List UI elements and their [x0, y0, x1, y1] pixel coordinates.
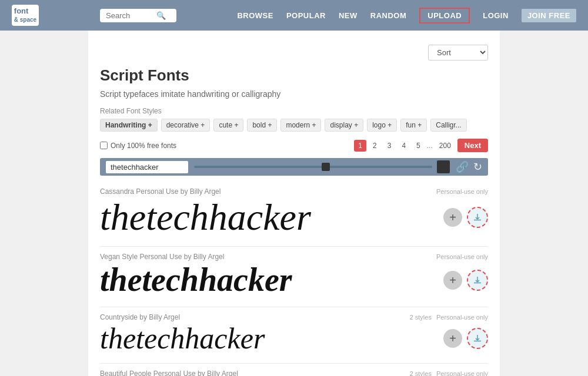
font-style-count: 2 styles [410, 314, 432, 321]
link-icon-button[interactable]: 🔗 [456, 160, 469, 173]
font-personal-use-tag: Personal-use only [436, 314, 488, 321]
sort-dropdown[interactable]: Sort Popular Newest Name A-Z [428, 45, 488, 61]
page-number-2[interactable]: 2 [369, 140, 381, 152]
tag-item[interactable]: cute + [213, 119, 243, 132]
related-label: Related Font Styles [100, 107, 488, 115]
main-nav: BROWSE POPULAR NEW RANDOM UPLOAD LOGIN J… [237, 8, 576, 24]
download-font-button[interactable] [467, 207, 488, 228]
logo[interactable]: font& space [12, 5, 88, 26]
search-bar[interactable]: 🔍 [100, 9, 176, 22]
slider-container [194, 160, 450, 173]
nav-browse[interactable]: BROWSE [237, 11, 273, 20]
tag-item[interactable]: modern + [280, 119, 321, 132]
font-style-count: 2 styles [410, 370, 432, 376]
login-button[interactable]: LOGIN [483, 11, 509, 20]
site-header: font& space 🔍 BROWSE POPULAR NEW RANDOM … [0, 0, 588, 31]
font-personal-use-tag: Personal-use only [436, 188, 488, 195]
font-personal-use-tag: Personal-use only [436, 370, 488, 376]
page-number-3[interactable]: 3 [383, 140, 396, 152]
font-card: Vegan Style Personal Use by Billy ArgelP… [100, 247, 488, 307]
free-fonts-checkbox[interactable] [100, 142, 108, 149]
font-card-name[interactable]: Cassandra Personal Use by Billy Argel [100, 187, 220, 196]
free-fonts-filter[interactable]: Only 100% free fonts [100, 142, 176, 150]
tag-item[interactable]: bold + [247, 119, 277, 132]
download-font-button[interactable] [467, 328, 488, 349]
join-button[interactable]: JOIN FREE [522, 9, 576, 22]
page-number-1[interactable]: 1 [354, 140, 366, 152]
nav-new[interactable]: NEW [339, 11, 358, 20]
nav-random[interactable]: RANDOM [370, 11, 407, 20]
add-font-button[interactable]: + [443, 271, 462, 290]
upload-button[interactable]: UPLOAD [419, 8, 470, 24]
font-preview-text[interactable]: thetechhacker [100, 323, 265, 355]
tag-item[interactable]: decorative + [161, 119, 211, 132]
font-personal-use-tag: Personal-use only [436, 253, 488, 260]
tag-item[interactable]: Handwriting + [100, 119, 158, 132]
font-card: Cassandra Personal Use by Billy ArgelPer… [100, 182, 488, 247]
font-card-name[interactable]: Vegan Style Personal Use by Billy Argel [100, 253, 224, 261]
add-font-button[interactable]: + [443, 329, 462, 348]
search-input[interactable] [106, 11, 153, 20]
tag-item[interactable]: Calligr... [430, 119, 466, 132]
preview-actions: 🔗 ↻ [456, 160, 482, 173]
tags-row: Handwriting +decorative +cute +bold +mod… [100, 119, 488, 132]
pagination-ellipsis: ... [427, 142, 433, 150]
font-size-slider[interactable] [194, 166, 432, 168]
page-number-200[interactable]: 200 [435, 140, 455, 152]
font-card: Countryside by Billy Argel2 stylesPerson… [100, 307, 488, 364]
font-preview-text[interactable]: thetechhacker [100, 262, 292, 298]
color-swatch[interactable] [437, 160, 450, 173]
preview-bar: 🔗 ↻ [100, 158, 488, 176]
next-page-button[interactable]: Next [457, 139, 488, 152]
page-description: Script typefaces imitate handwriting or … [100, 89, 488, 99]
sort-row: Sort Popular Newest Name A-Z [100, 45, 488, 61]
add-font-button[interactable]: + [443, 208, 462, 227]
logo-icon: font& space [12, 5, 39, 26]
page-number-5[interactable]: 5 [412, 140, 425, 152]
tag-item[interactable]: display + [325, 119, 363, 132]
filters-row: Only 100% free fonts 12345...200Next [100, 139, 488, 152]
main-content: Sort Popular Newest Name A-Z Script Font… [88, 31, 500, 376]
font-card: Beautiful People Personal Use by Billy A… [100, 364, 488, 376]
free-fonts-label: Only 100% free fonts [111, 142, 176, 150]
nav-popular[interactable]: POPULAR [286, 11, 326, 20]
pagination: 12345...200Next [354, 139, 488, 152]
refresh-icon-button[interactable]: ↻ [473, 160, 482, 173]
font-card-name[interactable]: Countryside by Billy Argel [100, 313, 180, 321]
page-number-4[interactable]: 4 [397, 140, 410, 152]
font-list: Cassandra Personal Use by Billy ArgelPer… [100, 182, 488, 376]
download-font-button[interactable] [467, 270, 488, 291]
page-title: Script Fonts [100, 66, 488, 85]
tag-item[interactable]: logo + [367, 119, 397, 132]
font-preview-text[interactable]: thetechhacker [100, 197, 311, 238]
preview-text-input[interactable] [106, 161, 188, 173]
search-icon: 🔍 [156, 11, 166, 20]
tag-item[interactable]: fun + [400, 119, 427, 132]
font-card-name[interactable]: Beautiful People Personal Use by Billy A… [100, 370, 238, 376]
